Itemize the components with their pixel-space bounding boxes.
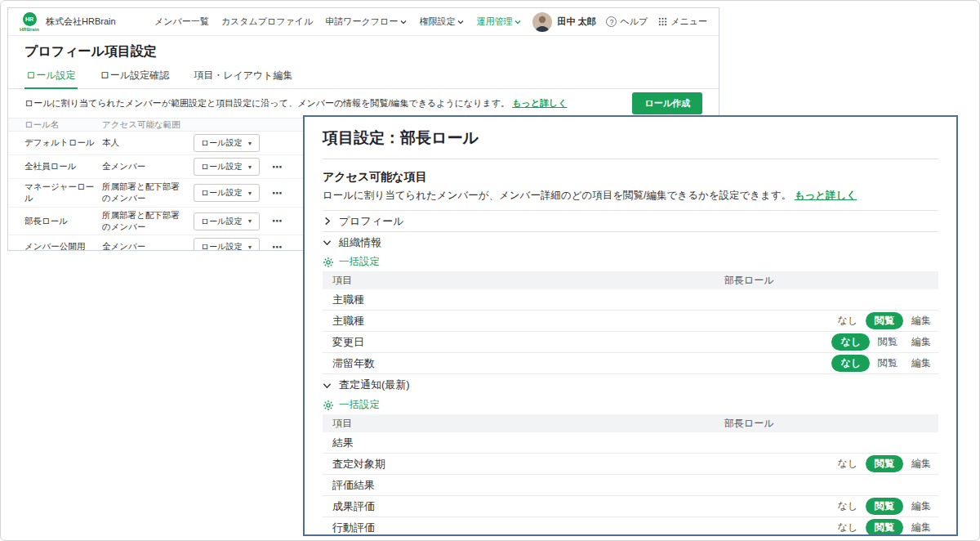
chevron-down-icon — [323, 238, 332, 247]
group-toggle-organization[interactable]: 組織情報 — [323, 231, 938, 253]
permission-edit-button[interactable]: 編集 — [906, 519, 937, 536]
permission-segmented: なし閲覧編集 — [724, 312, 938, 329]
chevron-down-icon — [323, 381, 332, 390]
permission-segmented: なし閲覧編集 — [724, 519, 938, 536]
chevron-down-icon: ▼ — [247, 244, 252, 250]
item-table-header: 項目 部長ロール — [323, 414, 938, 432]
permission-none-button[interactable]: なし — [831, 355, 870, 372]
item-row: 成果評価 なし閲覧編集 — [323, 496, 938, 517]
item-row: 行動評価 なし閲覧編集 — [323, 517, 938, 536]
nav-item-operations[interactable]: 運用管理 — [476, 16, 521, 28]
permission-segmented: なし閲覧編集 — [724, 455, 938, 472]
permission-none-button[interactable]: なし — [831, 333, 870, 351]
role-scope: 所属部署と配下部署のメンバー — [102, 210, 194, 232]
permission-none-button[interactable]: なし — [831, 455, 863, 472]
item-name: 評価結果 — [323, 478, 724, 493]
more-menu-button[interactable]: ⋯ — [267, 215, 287, 227]
tab-item-layout-edit[interactable]: 項目・レイアウト編集 — [192, 66, 294, 88]
chevron-down-icon: ▼ — [247, 164, 252, 170]
item-name: 結果 — [323, 436, 724, 450]
nav-item-permissions[interactable]: 権限設定 — [419, 16, 464, 28]
item-name: 査定対象期 — [323, 457, 724, 472]
item-name: 滞留年数 — [323, 356, 724, 371]
permission-view-button[interactable]: 閲覧 — [866, 312, 903, 329]
permission-view-button[interactable]: 閲覧 — [872, 333, 903, 351]
permission-view-button[interactable]: 閲覧 — [866, 519, 903, 536]
item-name: 変更日 — [323, 335, 724, 350]
bulk-setting-link[interactable]: 一括設定 — [323, 396, 938, 414]
chevron-down-icon: ▼ — [247, 141, 252, 146]
learn-more-link[interactable]: もっと詳しく — [512, 98, 567, 108]
hrbrain-logo: HR HRBrain — [20, 12, 39, 32]
role-name: メンバー公開用 — [24, 241, 102, 251]
permission-segmented: なし閲覧編集 — [724, 333, 938, 351]
user-menu[interactable]: 田中 太郎 — [532, 12, 595, 32]
chevron-right-icon — [323, 217, 332, 226]
panel-title: 項目設定：部長ロール — [323, 117, 938, 159]
permission-view-button[interactable]: 閲覧 — [872, 355, 903, 372]
chevron-down-icon: ▼ — [247, 218, 252, 224]
role-name: 全社員ロール — [24, 161, 102, 172]
nav-item-custom-profile[interactable]: カスタムプロファイル — [221, 16, 314, 28]
item-row: 主職種 — [323, 289, 938, 311]
panel-description: ロールに割り当てられたメンバーが、メンバー詳細のどの項目を閲覧/編集できるかを設… — [323, 189, 938, 210]
gear-icon — [323, 400, 334, 411]
nav-item-workflow[interactable]: 申請ワークフロー — [325, 16, 407, 28]
chevron-down-icon — [400, 20, 407, 25]
permission-view-button[interactable]: 閲覧 — [866, 455, 903, 472]
permission-view-button[interactable]: 閲覧 — [866, 498, 903, 515]
role-settings-dropdown[interactable]: ロール設定▼ — [194, 184, 260, 202]
tab-role-settings[interactable]: ロール設定 — [24, 66, 78, 89]
menu-grid-icon — [658, 17, 667, 26]
role-settings-dropdown[interactable]: ロール設定▼ — [194, 212, 260, 230]
tab-bar: ロール設定 ロール設定確認 項目・レイアウト編集 — [8, 65, 719, 89]
item-row: 評価結果 — [323, 475, 938, 496]
role-scope: 全メンバー — [102, 161, 194, 172]
learn-more-link[interactable]: もっと詳しく — [795, 190, 857, 201]
page-title: プロフィール項目設定 — [8, 36, 719, 65]
column-item: 項目 — [323, 274, 724, 288]
item-row: 結果 — [323, 432, 938, 454]
more-menu-button[interactable]: ⋯ — [267, 187, 287, 199]
nav-item-members[interactable]: メンバー一覧 — [154, 16, 209, 28]
role-scope: 所属部署と配下部署のメンバー — [102, 181, 194, 203]
item-row: 変更日 なし閲覧編集 — [323, 332, 938, 353]
column-role-name: ロール名 — [24, 119, 102, 131]
permission-edit-button[interactable]: 編集 — [906, 498, 937, 515]
menu-button[interactable]: メニュー — [658, 16, 707, 28]
section-title: アクセス可能な項目 — [323, 170, 938, 185]
create-role-button[interactable]: ロール作成 — [632, 92, 702, 114]
user-avatar — [532, 12, 552, 32]
item-row: 主職種 なし閲覧編集 — [323, 311, 938, 332]
permission-none-button[interactable]: なし — [831, 519, 863, 536]
group-toggle-profile[interactable]: プロフィール — [323, 210, 938, 231]
permission-none-button[interactable]: なし — [831, 498, 863, 515]
role-settings-dropdown[interactable]: ロール設定▼ — [194, 238, 260, 251]
permission-edit-button[interactable]: 編集 — [906, 312, 937, 329]
group-toggle-assessment[interactable]: 査定通知(最新) — [323, 374, 938, 396]
tab-role-settings-confirm[interactable]: ロール設定確認 — [99, 66, 172, 88]
bulk-setting-link[interactable]: 一括設定 — [323, 253, 938, 271]
chevron-down-icon — [457, 20, 464, 25]
more-menu-button[interactable]: ⋯ — [267, 161, 287, 173]
role-name: マネージャーロール — [24, 181, 102, 204]
role-item-settings-panel: 項目設定：部長ロール アクセス可能な項目 ロールに割り当てられたメンバーが、メン… — [303, 115, 958, 536]
item-name: 行動評価 — [323, 521, 724, 535]
item-row: 滞留年数 なし閲覧編集 — [323, 353, 938, 374]
permission-edit-button[interactable]: 編集 — [906, 355, 937, 372]
permission-none-button[interactable]: なし — [831, 312, 863, 329]
role-settings-dropdown[interactable]: ロール設定▼ — [194, 158, 260, 176]
user-name: 田中 太郎 — [557, 16, 595, 28]
column-role: 部長ロール — [724, 417, 938, 431]
permission-edit-button[interactable]: 編集 — [906, 333, 937, 351]
help-button[interactable]: ? ヘルプ — [606, 16, 648, 28]
role-settings-dropdown[interactable]: ロール設定▼ — [194, 134, 260, 152]
item-name: 成果評価 — [323, 499, 724, 514]
column-item: 項目 — [323, 417, 724, 431]
permission-edit-button[interactable]: 編集 — [906, 455, 937, 472]
page-description: ロールに割り当てられたメンバーが範囲設定と項目設定に沿って、メンバーの情報を閲覧… — [24, 97, 567, 110]
column-role: 部長ロール — [724, 274, 938, 288]
more-menu-button[interactable]: ⋯ — [267, 241, 287, 251]
item-name: 主職種 — [323, 293, 724, 307]
column-access-scope: アクセス可能な範囲 — [102, 119, 194, 131]
